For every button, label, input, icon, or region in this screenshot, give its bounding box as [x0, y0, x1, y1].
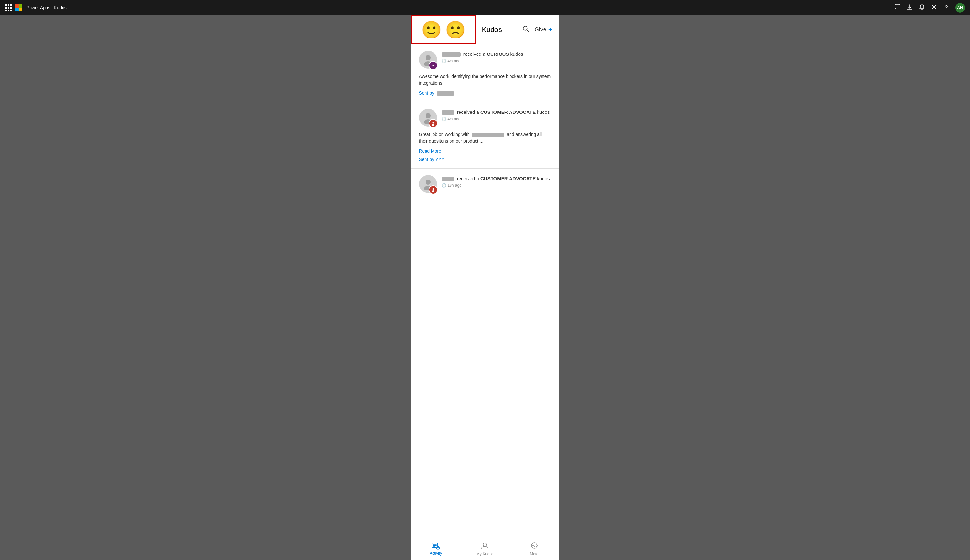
search-icon[interactable] — [523, 25, 529, 34]
sender-name-redacted — [437, 92, 454, 95]
svg-point-26 — [483, 543, 487, 546]
kudos-actions: Give + — [523, 25, 553, 34]
feedback-icon[interactable] — [894, 4, 901, 12]
more-tab-label: More — [530, 552, 538, 556]
avatar-wrapper — [419, 175, 437, 193]
card-message-1: Awesome work identifying the performance… — [419, 73, 551, 87]
app-panel: 🙂 🙁 Kudos Give + — [411, 15, 559, 560]
my-kudos-tab-label: My Kudos — [476, 552, 494, 556]
kudo-type-1: CURIOUS — [487, 51, 509, 57]
timestamp-3: 🕐 18h ago — [442, 183, 551, 188]
card-title-text: received a CUSTOMER ADVOCATE kudos — [442, 109, 551, 115]
time-ago-1: 4m ago — [447, 59, 461, 63]
microsoft-logo — [15, 4, 22, 11]
time-ago-3: 18h ago — [447, 183, 461, 188]
card-title-area: received a CUSTOMER ADVOCATE kudos 🕐 4m … — [442, 109, 551, 121]
svg-point-28 — [534, 545, 535, 546]
clock-icon: 🕐 — [442, 117, 446, 121]
svg-point-13 — [432, 122, 434, 124]
recipient-name-redacted — [442, 52, 461, 57]
kudo-type-3: CUSTOMER ADVOCATE — [480, 176, 536, 181]
svg-point-15 — [426, 180, 431, 185]
tab-my-kudos[interactable]: My Kudos — [461, 538, 509, 560]
kudo-badge: ✦ — [429, 61, 438, 70]
sad-face-icon: 🙁 — [445, 22, 466, 38]
card-header: received a CUSTOMER ADVOCATE kudos 🕐 4m … — [419, 109, 551, 127]
svg-point-19 — [432, 190, 434, 192]
main-content: 🙂 🙁 Kudos Give + — [0, 15, 970, 560]
svg-point-18 — [432, 188, 434, 190]
svg-point-10 — [426, 113, 431, 118]
recipient-name-redacted — [442, 110, 454, 115]
redacted-name-inline — [472, 133, 504, 137]
kudos-card: received a CUSTOMER ADVOCATE kudos 🕐 4m … — [411, 102, 559, 168]
happy-face-icon: 🙂 — [421, 22, 442, 38]
kudo-badge — [429, 185, 438, 194]
notification-icon[interactable] — [919, 4, 925, 11]
recipient-name-redacted — [442, 177, 454, 181]
clock-icon: 🕐 — [442, 59, 446, 63]
kudo-badge — [429, 119, 438, 128]
give-button[interactable]: Give + — [534, 26, 553, 34]
svg-rect-0 — [895, 5, 900, 8]
timestamp-1: 🕐 4m ago — [442, 59, 551, 63]
topbar: Power Apps | Kudos — [0, 0, 970, 15]
help-icon[interactable]: ? — [943, 5, 950, 11]
kudos-card: received a CUSTOMER ADVOCATE kudos 🕐 18h… — [411, 168, 559, 204]
app-title: Power Apps | Kudos — [26, 5, 67, 10]
tab-activity[interactable]: Activity — [411, 538, 461, 560]
emoji-header-highlighted: 🙂 🙁 — [411, 15, 476, 44]
my-kudos-tab-icon — [481, 542, 489, 550]
card-header: received a CUSTOMER ADVOCATE kudos 🕐 18h… — [419, 175, 551, 193]
card-header: ✦ received a CURIOUS kudos 🕐 4m ago — [419, 51, 551, 68]
give-plus-icon: + — [548, 26, 553, 34]
time-ago-2: 4m ago — [447, 117, 461, 121]
kudos-header: Kudos Give + — [476, 15, 559, 44]
card-title-area: received a CUSTOMER ADVOCATE kudos 🕐 18h… — [442, 175, 551, 188]
topbar-actions: ? AH — [894, 3, 965, 13]
user-avatar[interactable]: AH — [955, 3, 965, 13]
card-title-area: received a CURIOUS kudos 🕐 4m ago — [442, 51, 551, 63]
more-tab-icon — [530, 542, 538, 550]
card-title-text: received a CURIOUS kudos — [442, 51, 551, 57]
topbar-left: Power Apps | Kudos — [5, 4, 67, 11]
svg-text:✦: ✦ — [432, 64, 434, 67]
sent-by-2[interactable]: Sent by YYY — [419, 157, 551, 162]
activity-tab-label: Activity — [430, 551, 442, 555]
read-more-link[interactable]: Read More — [419, 148, 551, 153]
download-icon[interactable] — [907, 4, 913, 11]
svg-point-3 — [933, 7, 935, 8]
sent-by-1[interactable]: Sent by — [419, 90, 551, 95]
waffle-menu-icon[interactable] — [5, 5, 12, 11]
timestamp-2: 🕐 4m ago — [442, 117, 551, 121]
svg-point-25 — [437, 547, 439, 548]
svg-line-5 — [527, 30, 529, 32]
kudo-type-2: CUSTOMER ADVOCATE — [480, 109, 536, 115]
svg-point-14 — [432, 124, 434, 126]
give-label: Give — [534, 26, 546, 33]
kudos-title: Kudos — [482, 26, 502, 34]
tab-more[interactable]: More — [509, 538, 559, 560]
card-message-2: Great job on working with and answering … — [419, 131, 551, 145]
avatar-wrapper — [419, 109, 437, 127]
settings-icon[interactable] — [931, 4, 937, 11]
svg-point-6 — [426, 55, 431, 60]
clock-icon: 🕐 — [442, 183, 446, 188]
bottom-tab-bar: Activity My Kudos — [411, 538, 559, 560]
card-title-text: received a CUSTOMER ADVOCATE kudos — [442, 175, 551, 182]
activity-tab-icon — [432, 543, 440, 550]
kudos-card: ✦ received a CURIOUS kudos 🕐 4m ago — [411, 44, 559, 102]
feed-area: ✦ received a CURIOUS kudos 🕐 4m ago — [411, 44, 559, 538]
avatar-wrapper: ✦ — [419, 51, 437, 68]
